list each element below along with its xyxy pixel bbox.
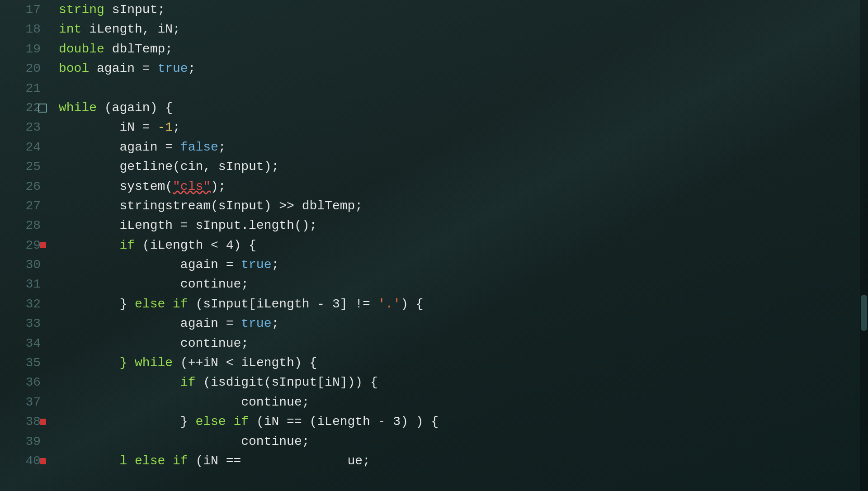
line-20: 20 bbox=[0, 59, 41, 78]
line-40: 40 bbox=[0, 451, 41, 471]
code-line-26: system("cls"); bbox=[59, 177, 868, 196]
code-line-18: int iLength, iN; bbox=[59, 19, 868, 39]
code-line-31: continue; bbox=[59, 274, 868, 294]
line-numbers: 17 18 19 20 21 22 23 24 25 26 27 28 29 3… bbox=[0, 0, 45, 491]
code-line-39: continue; bbox=[59, 432, 868, 451]
line-37: 37 bbox=[0, 392, 41, 412]
code-line-30: again = true; bbox=[59, 255, 868, 274]
line-23: 23 bbox=[0, 118, 41, 137]
line-18: 18 bbox=[0, 19, 41, 39]
line-17: 17 bbox=[0, 0, 41, 19]
code-line-21 bbox=[59, 79, 868, 98]
line-30: 30 bbox=[0, 255, 41, 274]
scrollbar-track[interactable] bbox=[860, 0, 868, 491]
line-38: 38 bbox=[0, 412, 41, 431]
line-39: 39 bbox=[0, 432, 41, 451]
code-line-29: if (iLength < 4) { bbox=[59, 236, 868, 255]
line-32: 32 bbox=[0, 294, 41, 314]
code-line-40: l else if (iN == ue; bbox=[59, 451, 868, 471]
code-line-32: } else if (sInput[iLength - 3] != '.') { bbox=[59, 294, 868, 314]
line-27: 27 bbox=[0, 196, 41, 216]
code-line-27: stringstream(sInput) >> dblTemp; bbox=[59, 196, 868, 216]
line-28: 28 bbox=[0, 216, 41, 235]
line-22: 22 bbox=[0, 98, 41, 118]
line-34: 34 bbox=[0, 334, 41, 353]
code-line-37: continue; bbox=[59, 392, 868, 412]
code-line-36: if (isdigit(sInput[iN])) { bbox=[59, 373, 868, 392]
code-line-20: bool again = true; bbox=[59, 59, 868, 78]
code-line-23: iN = -1; bbox=[59, 118, 868, 137]
line-31: 31 bbox=[0, 274, 41, 294]
code-line-19: double dblTemp; bbox=[59, 39, 868, 59]
line-35: 35 bbox=[0, 353, 41, 373]
code-line-28: iLength = sInput.length(); bbox=[59, 216, 868, 235]
code-line-38: } else if (iN == (iLength - 3) ) { bbox=[59, 412, 868, 431]
line-25: 25 bbox=[0, 157, 41, 176]
line-26: 26 bbox=[0, 177, 41, 196]
code-line-22: while (again) { bbox=[59, 98, 868, 118]
code-content: string sInput; int iLength, iN; double d… bbox=[45, 0, 868, 491]
line-33: 33 bbox=[0, 314, 41, 333]
line-21: 21 bbox=[0, 79, 41, 98]
code-editor: 17 18 19 20 21 22 23 24 25 26 27 28 29 3… bbox=[0, 0, 868, 491]
code-line-34: continue; bbox=[59, 334, 868, 353]
scrollbar-thumb[interactable] bbox=[861, 295, 867, 331]
line-36: 36 bbox=[0, 373, 41, 392]
code-line-25: getline(cin, sInput); bbox=[59, 157, 868, 176]
code-line-17: string sInput; bbox=[59, 0, 868, 19]
code-line-33: again = true; bbox=[59, 314, 868, 333]
code-line-35: } while (++iN < iLength) { bbox=[59, 353, 868, 373]
line-29: 29 bbox=[0, 236, 41, 255]
code-line-24: again = false; bbox=[59, 137, 868, 157]
line-24: 24 bbox=[0, 137, 41, 157]
line-19: 19 bbox=[0, 39, 41, 59]
